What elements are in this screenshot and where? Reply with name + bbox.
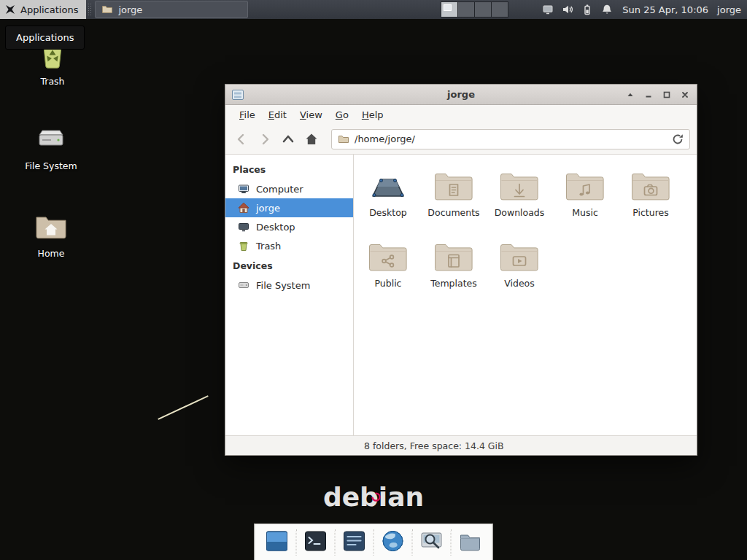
menu-help[interactable]: Help: [355, 106, 390, 123]
file-item-label: Pictures: [618, 207, 684, 218]
home-colored-icon: [238, 202, 249, 214]
folder-icon: [101, 4, 113, 15]
display-icon[interactable]: [542, 4, 554, 15]
drive-icon: [238, 279, 249, 291]
app-finder-icon: [419, 529, 444, 556]
user-menu[interactable]: jorge: [717, 4, 741, 15]
volume-icon[interactable]: [562, 4, 573, 15]
dock-separator: [296, 529, 297, 556]
folder-music-icon: [552, 165, 618, 203]
filesystem-icon: [16, 121, 86, 158]
file-item-pictures[interactable]: Pictures: [618, 165, 684, 236]
dock-item-app-finder[interactable]: [419, 529, 445, 556]
desktop-icon-home[interactable]: Home: [16, 209, 86, 259]
menu-go[interactable]: Go: [329, 106, 355, 123]
sidebar-item-label: File System: [256, 280, 310, 291]
debian-wordmark: debian: [0, 482, 747, 512]
clock[interactable]: Sun 25 Apr, 10:06: [622, 4, 708, 15]
file-item-desktop[interactable]: Desktop: [355, 165, 421, 236]
window-controls: [624, 89, 691, 101]
folder-documents-icon: [421, 165, 487, 203]
sidebar-item-computer[interactable]: Computer: [225, 179, 353, 198]
battery-icon[interactable]: [581, 4, 593, 15]
desktop-icon-file-system[interactable]: File System: [16, 121, 86, 171]
sidebar-item-trash[interactable]: Trash: [225, 236, 353, 255]
taskbar-window-label: jorge: [118, 4, 142, 15]
files-grid: DesktopDocumentsDownloadsMusicPicturesPu…: [354, 155, 697, 435]
file-item-label: Desktop: [355, 207, 421, 218]
dock-separator: [412, 529, 413, 556]
maximize-button[interactable]: [661, 89, 673, 101]
notifications-icon[interactable]: [601, 4, 613, 15]
sidebar-item-label: Trash: [256, 241, 281, 252]
dock-item-web-browser[interactable]: [380, 529, 406, 556]
workspace-2[interactable]: [458, 2, 475, 17]
menu-file[interactable]: File: [233, 106, 262, 123]
reload-button[interactable]: [669, 131, 686, 148]
workspace-window: [444, 4, 452, 11]
sidebar-item-desktop[interactable]: Desktop: [225, 217, 353, 236]
up-button[interactable]: [279, 130, 298, 149]
desktop-icon-label: File System: [16, 160, 86, 171]
sidebar-item-label: Desktop: [256, 222, 295, 233]
terminal-icon: [303, 529, 328, 556]
desktop-surface-icon: [355, 165, 421, 203]
close-button[interactable]: [679, 89, 691, 101]
file-item-label: Downloads: [487, 207, 552, 218]
folder-camera-icon: [618, 165, 684, 203]
trash-icon: [238, 240, 249, 252]
back-button[interactable]: [232, 130, 251, 149]
show-desktop-icon: [265, 529, 290, 556]
file-item-label: Public: [355, 278, 421, 289]
file-item-documents[interactable]: Documents: [421, 165, 487, 236]
sidebar-item-jorge[interactable]: jorge: [225, 198, 353, 217]
home-button[interactable]: [302, 130, 321, 149]
file-item-videos[interactable]: Videos: [487, 236, 552, 306]
workspace-1[interactable]: [441, 2, 458, 17]
top-panel: Applications jorge Sun 25 Apr, 10:06 jor…: [0, 0, 747, 19]
menu-view[interactable]: View: [293, 106, 329, 123]
file-item-downloads[interactable]: Downloads: [487, 165, 552, 236]
folder-download-icon: [487, 165, 552, 203]
sidebar-item-file-system[interactable]: File System: [225, 276, 353, 295]
file-item-music[interactable]: Music: [552, 165, 618, 236]
workspace-3[interactable]: [475, 2, 492, 17]
menu-edit[interactable]: Edit: [262, 106, 293, 123]
dock-item-terminal[interactable]: [303, 529, 329, 556]
panel-handle: [88, 3, 92, 16]
folder-icon: [338, 133, 349, 145]
desktop-icon-label: Trash: [18, 76, 88, 87]
xfce-menu-icon: [4, 4, 16, 15]
file-manager-window: jorge FileEditViewGoHelp PlacesComputerj…: [225, 84, 697, 456]
taskbar-window-button[interactable]: jorge: [95, 1, 248, 18]
applications-tooltip: Applications: [5, 26, 85, 50]
sidebar-item-label: Computer: [256, 184, 303, 195]
toolbar: [225, 124, 697, 155]
shade-button[interactable]: [624, 89, 636, 101]
dock-item-file-manager[interactable]: [457, 529, 484, 556]
window-body: PlacesComputerjorgeDesktopTrashDevicesFi…: [225, 155, 697, 435]
workspace-4[interactable]: [492, 2, 508, 17]
folder-template-icon: [421, 236, 487, 274]
dock-item-show-desktop[interactable]: [264, 529, 290, 556]
folder-share-icon: [355, 236, 421, 274]
applications-menu-button[interactable]: Applications: [0, 0, 86, 19]
file-item-label: Templates: [421, 278, 487, 289]
desktop-icon: [238, 221, 249, 233]
dock-separator: [374, 529, 374, 556]
desktop-icon-label: Home: [16, 248, 86, 259]
statusbar: 8 folders, Free space: 14.4 GiB: [225, 435, 697, 455]
computer-icon: [238, 183, 249, 195]
path-bar: [331, 129, 690, 149]
forward-button[interactable]: [255, 130, 274, 149]
path-input[interactable]: [355, 133, 664, 144]
file-item-templates[interactable]: Templates: [421, 236, 487, 306]
decorative-line: [158, 395, 209, 420]
sidebar: PlacesComputerjorgeDesktopTrashDevicesFi…: [225, 155, 354, 435]
minimize-button[interactable]: [643, 89, 654, 101]
titlebar[interactable]: jorge: [225, 85, 697, 105]
debian-swirl-icon: [371, 478, 381, 508]
menubar: FileEditViewGoHelp: [225, 105, 697, 124]
file-item-public[interactable]: Public: [355, 236, 421, 306]
dock-item-text-editor[interactable]: [341, 529, 368, 556]
